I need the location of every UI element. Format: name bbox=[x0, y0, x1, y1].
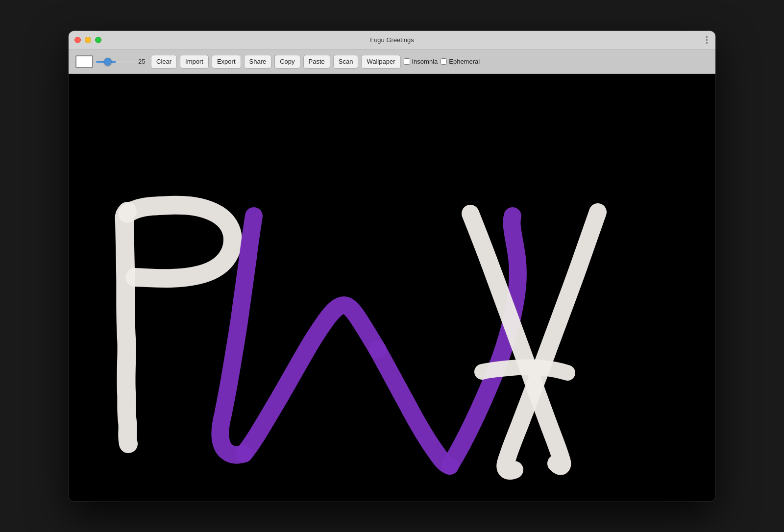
insomnia-checkbox[interactable] bbox=[404, 58, 410, 65]
color-swatch[interactable] bbox=[75, 55, 93, 68]
insomnia-label[interactable]: Insomnia bbox=[404, 58, 438, 65]
insomnia-text: Insomnia bbox=[412, 58, 438, 65]
dot-icon bbox=[706, 39, 708, 41]
letter-a bbox=[470, 212, 598, 471]
export-button[interactable]: Export bbox=[212, 55, 241, 69]
brush-size-slider[interactable] bbox=[96, 61, 135, 63]
window-title: Fugu Greetings bbox=[370, 36, 414, 44]
clear-button[interactable]: Clear bbox=[151, 55, 177, 69]
brush-size-value: 25 bbox=[138, 58, 148, 65]
ephemeral-text: Ephemeral bbox=[449, 58, 480, 65]
import-button[interactable]: Import bbox=[180, 55, 209, 69]
app-window: Fugu Greetings 25 Clear Import Export Sh… bbox=[69, 31, 715, 501]
dot-icon bbox=[706, 36, 708, 38]
brush-size-control: 25 bbox=[96, 58, 148, 65]
wallpaper-button[interactable]: Wallpaper bbox=[361, 55, 400, 69]
traffic-lights bbox=[74, 37, 101, 43]
drawing-canvas-area[interactable] bbox=[69, 74, 715, 501]
ephemeral-label[interactable]: Ephemeral bbox=[441, 58, 480, 65]
close-button[interactable] bbox=[74, 37, 81, 43]
maximize-button[interactable] bbox=[95, 37, 101, 43]
ephemeral-checkbox[interactable] bbox=[441, 58, 447, 65]
letter-w bbox=[220, 216, 518, 466]
minimize-button[interactable] bbox=[85, 37, 91, 43]
more-menu-button[interactable] bbox=[704, 34, 710, 46]
share-button[interactable]: Share bbox=[244, 55, 272, 69]
scan-button[interactable]: Scan bbox=[333, 55, 359, 69]
toolbar: 25 Clear Import Export Share Copy Paste … bbox=[69, 49, 715, 74]
copy-button[interactable]: Copy bbox=[274, 55, 300, 69]
titlebar: Fugu Greetings bbox=[69, 31, 715, 49]
dot-icon bbox=[706, 42, 708, 44]
paste-button[interactable]: Paste bbox=[303, 55, 330, 69]
drawing-svg[interactable] bbox=[69, 74, 715, 501]
